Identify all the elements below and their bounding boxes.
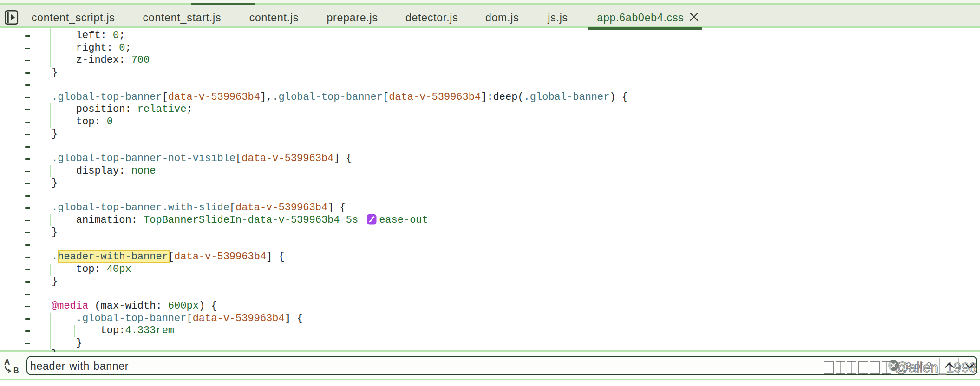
svg-text:A: A bbox=[4, 358, 10, 367]
svg-text:B: B bbox=[13, 367, 19, 374]
